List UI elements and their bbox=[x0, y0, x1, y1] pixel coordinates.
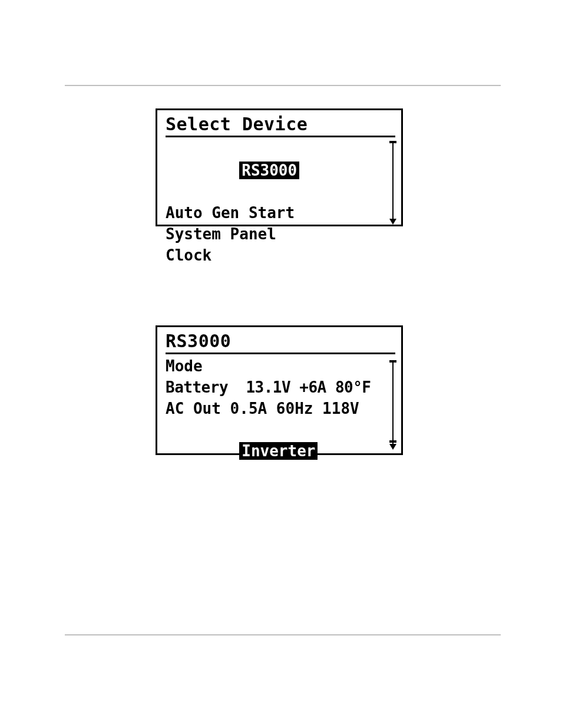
lcd-rs3000-status: RS3000 Mode Battery 13.1V +6A 80°F AC Ou… bbox=[156, 325, 403, 455]
row-battery: Battery 13.1V +6A 80°F bbox=[166, 377, 395, 398]
scrollbar-track bbox=[392, 360, 394, 445]
page: Select Device RS3000 Auto Gen Start Syst… bbox=[0, 0, 562, 728]
panel-title: RS3000 bbox=[166, 331, 395, 354]
menu-item-system-panel[interactable]: System Panel bbox=[166, 223, 395, 245]
menu-item-auto-gen-start[interactable]: Auto Gen Start bbox=[166, 202, 395, 223]
bottom-rule bbox=[65, 634, 501, 635]
lcd-inner: Select Device RS3000 Auto Gen Start Syst… bbox=[166, 114, 395, 221]
scrollbar-thumb[interactable] bbox=[389, 440, 396, 443]
scrollbar-track bbox=[392, 141, 394, 220]
menu-item-rs3000[interactable]: RS3000 bbox=[166, 139, 395, 202]
scrollbar[interactable] bbox=[389, 136, 396, 225]
top-rule bbox=[65, 85, 501, 86]
lcd-select-device: Select Device RS3000 Auto Gen Start Syst… bbox=[156, 108, 403, 226]
row-mode[interactable]: Mode bbox=[166, 355, 395, 377]
panel-title: Select Device bbox=[166, 114, 395, 137]
row-inverter[interactable]: Inverter bbox=[166, 419, 395, 483]
lcd-inner: RS3000 Mode Battery 13.1V +6A 80°F AC Ou… bbox=[166, 331, 395, 450]
menu-item-clock[interactable]: Clock bbox=[166, 245, 395, 266]
row-inverter-label: Inverter bbox=[239, 442, 318, 460]
scrollbar[interactable] bbox=[389, 355, 396, 450]
chevron-down-icon[interactable] bbox=[389, 444, 396, 450]
scrollbar-thumb[interactable] bbox=[389, 141, 396, 143]
scrollbar-tick-top bbox=[389, 360, 396, 363]
row-ac-out: AC Out 0.5A 60Hz 118V bbox=[166, 398, 395, 419]
menu-item-label: RS3000 bbox=[239, 162, 299, 179]
chevron-down-icon[interactable] bbox=[389, 219, 396, 225]
